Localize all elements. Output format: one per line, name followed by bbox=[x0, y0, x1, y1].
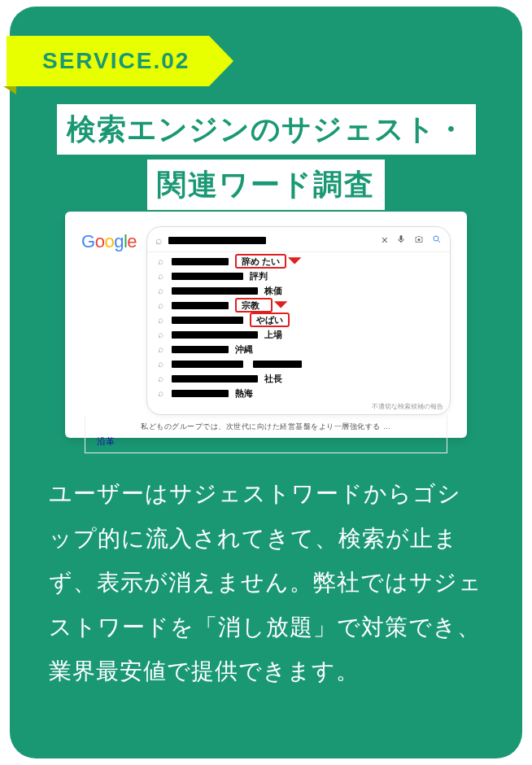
suggest-word: 沖縄 bbox=[235, 343, 253, 356]
ribbon: SERVICE.02 bbox=[7, 36, 209, 86]
svg-point-0 bbox=[418, 238, 421, 241]
suggest-list: ⌕辞め たい◣⌕評判⌕株価⌕宗教◣⌕やばい⌕上場⌕沖縄⌕⌕社長⌕熱海 bbox=[147, 252, 450, 402]
suggest-word-flagged: 宗教 bbox=[235, 298, 273, 313]
heading-line-2: 関連ワード調査 bbox=[147, 160, 385, 210]
suggest-item: ⌕株価 bbox=[147, 283, 450, 298]
suggest-dropdown: ⌕ × ⌕辞め たい◣⌕評判⌕ bbox=[146, 226, 451, 415]
search-submit-icon bbox=[432, 234, 442, 247]
clear-icon: × bbox=[382, 234, 388, 247]
redacted-term bbox=[172, 375, 258, 382]
body-text: ユーザーはサジェストワードからゴシップ的に流入されてきて、検索が止まず、表示が消… bbox=[49, 472, 483, 694]
pointer-icon: ◣ bbox=[286, 249, 302, 264]
suggest-item: ⌕辞め たい◣ bbox=[147, 254, 450, 269]
redacted-term bbox=[172, 390, 229, 397]
search-icon: ⌕ bbox=[155, 358, 165, 369]
redacted-term bbox=[172, 258, 229, 265]
suggest-word-flagged: やばい bbox=[250, 313, 290, 327]
search-icon: ⌕ bbox=[155, 234, 162, 247]
suggest-item: ⌕熱海 bbox=[147, 386, 450, 400]
redacted-term bbox=[172, 273, 243, 280]
search-icon: ⌕ bbox=[155, 299, 165, 311]
result-snippet: 私どものグループでは、次世代に向けた経営基盤をより一層強化する … bbox=[92, 422, 440, 432]
ribbon-label: SERVICE.02 bbox=[42, 48, 190, 74]
search-icon: ⌕ bbox=[155, 329, 165, 340]
redacted-term bbox=[172, 361, 243, 368]
heading: 検索エンジンのサジェスト・ 関連ワード調査 bbox=[10, 104, 522, 210]
suggest-item: ⌕沖縄 bbox=[147, 342, 450, 356]
redacted-term bbox=[172, 331, 258, 339]
suggest-item: ⌕やばい bbox=[147, 313, 450, 327]
suggest-item: ⌕評判 bbox=[147, 269, 450, 283]
result-link: 沿革 bbox=[92, 435, 440, 448]
suggest-word: 上場 bbox=[264, 329, 282, 341]
camera-icon bbox=[414, 234, 424, 247]
service-card: SERVICE.02 検索エンジンのサジェスト・ 関連ワード調査 Google … bbox=[10, 7, 522, 758]
search-icon: ⌕ bbox=[155, 373, 165, 384]
search-icon: ⌕ bbox=[155, 270, 165, 282]
search-icon: ⌕ bbox=[155, 285, 165, 296]
search-icon: ⌕ bbox=[155, 314, 165, 326]
search-icon: ⌕ bbox=[155, 343, 165, 355]
heading-line-1: 検索エンジンのサジェスト・ bbox=[57, 104, 476, 155]
suggest-item: ⌕社長 bbox=[147, 371, 450, 386]
suggest-item: ⌕上場 bbox=[147, 327, 450, 342]
illustration-search-suggest: Google ⌕ × bbox=[65, 212, 467, 438]
search-icon: ⌕ bbox=[155, 256, 165, 267]
mic-icon bbox=[396, 234, 406, 247]
google-logo: Google bbox=[81, 231, 137, 252]
svg-line-2 bbox=[438, 241, 441, 243]
redacted-term bbox=[253, 361, 302, 368]
redacted-term bbox=[172, 302, 229, 309]
redacted-query bbox=[168, 237, 266, 244]
search-icon: ⌕ bbox=[155, 387, 165, 399]
suggest-word: 社長 bbox=[264, 373, 282, 385]
suggest-word: 評判 bbox=[250, 270, 268, 282]
suggest-word: 熱海 bbox=[235, 387, 253, 400]
suggest-item: ⌕ bbox=[147, 356, 450, 371]
redacted-term bbox=[172, 287, 258, 295]
suggest-item: ⌕宗教◣ bbox=[147, 298, 450, 313]
redacted-term bbox=[172, 317, 243, 324]
suggest-footnote: 不適切な検索候補の報告 bbox=[147, 402, 450, 413]
svg-point-1 bbox=[434, 236, 438, 241]
suggest-word-flagged: 辞め たい bbox=[235, 254, 286, 269]
redacted-term bbox=[172, 346, 229, 353]
